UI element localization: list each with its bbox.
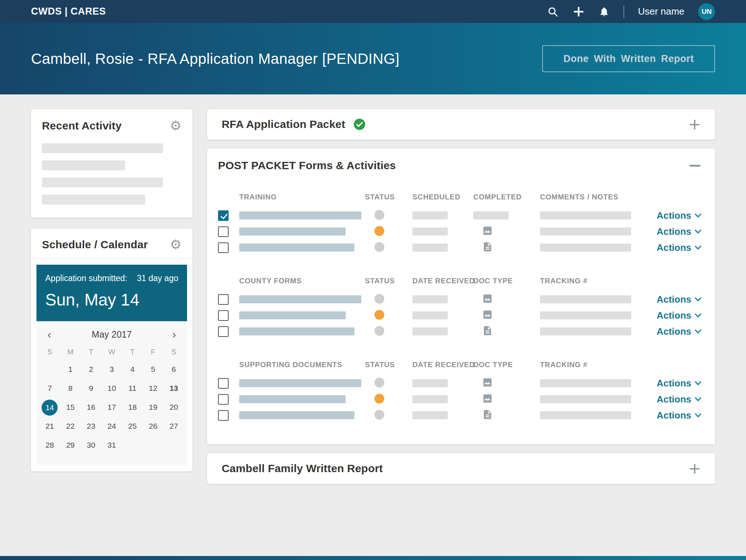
placeholder-bar [239,395,346,403]
row-checkbox[interactable] [218,226,229,237]
calendar-day[interactable]: 19 [143,398,164,417]
placeholder-bar [473,211,509,219]
settings-gear-icon[interactable]: ⚙ [170,238,182,251]
calendar-day[interactable]: 12 [143,379,164,398]
rfa-application-packet-card: RFA Application Packet + [207,109,715,140]
add-plus-icon[interactable] [572,5,585,18]
navbar-divider [623,5,624,18]
forms-table-section: SUPPORTING DOCUMENTSSTATUSDATE RECEIVEDD… [218,358,700,423]
schedule-calendar-card: Schedule / Calendar ⚙ Application submit… [31,229,193,471]
calendar-day[interactable]: 15 [60,398,81,417]
calendar-day[interactable]: 25 [122,417,143,436]
actions-dropdown-button[interactable]: Actions [657,410,700,421]
calendar-day[interactable]: 2 [81,360,101,379]
next-month-button[interactable]: › [169,328,179,340]
calendar-day[interactable]: 22 [60,417,81,436]
settings-gear-icon[interactable]: ⚙ [170,119,182,132]
calendar-day[interactable]: 9 [81,379,101,398]
table-header-row: COUNTY FORMSSTATUSDATE RECEIVEDDOC TYPET… [218,275,700,287]
table-row: Actions [218,207,700,223]
weekday-label: F [143,344,164,360]
calendar-day[interactable]: 20 [163,398,184,417]
calendar-day[interactable]: 8 [60,379,81,398]
calendar-day[interactable]: 24 [101,417,122,436]
calendar-day[interactable]: 5 [143,360,164,379]
app-logo[interactable]: CWDS | CARES [31,6,106,17]
calendar-day[interactable]: 30 [81,436,101,455]
search-icon[interactable] [547,6,559,18]
row-checkbox[interactable] [218,294,229,305]
table-row: Actions [218,323,700,339]
placeholder-bar [412,295,448,303]
calendar-day[interactable]: 23 [81,417,101,436]
actions-dropdown-button[interactable]: Actions [657,242,700,253]
submitted-ago: 31 day ago [137,273,178,283]
placeholder-bar [412,228,448,236]
actions-dropdown-button[interactable]: Actions [657,310,700,321]
calendar-day[interactable]: 10 [101,379,122,398]
calendar-day[interactable]: 26 [143,417,164,436]
calendar-day[interactable]: 31 [101,436,122,455]
notifications-bell-icon[interactable] [599,6,610,17]
row-checkbox[interactable] [218,310,229,321]
left-column: Recent Activity ⚙ Schedule / Calendar ⚙ … [31,109,193,471]
image-icon [482,393,493,404]
calendar-day [163,436,184,455]
table-row: Actions [218,291,700,307]
calendar-day[interactable]: 18 [122,398,143,417]
calendar-day[interactable]: 29 [60,436,81,455]
placeholder-bar [540,311,631,319]
status-dot [374,294,384,304]
row-checkbox[interactable] [218,210,229,221]
weekday-label: T [122,344,143,360]
row-checkbox[interactable] [218,378,229,389]
row-checkbox[interactable] [218,326,229,337]
weekday-label: T [81,344,101,360]
column-header: COMMENTS / NOTES [540,193,649,201]
expand-plus-icon[interactable]: + [689,117,700,132]
calendar-day[interactable]: 3 [101,360,122,379]
column-header: STATUS [365,361,412,369]
placeholder-bar [540,395,631,403]
row-checkbox[interactable] [218,242,229,253]
actions-dropdown-button[interactable]: Actions [657,326,700,337]
calendar-day[interactable]: 1 [60,360,81,379]
actions-dropdown-button[interactable]: Actions [657,210,700,221]
calendar-day[interactable]: 7 [39,379,60,398]
calendar-day[interactable]: 14 [39,398,60,417]
expand-plus-icon[interactable]: + [689,461,700,476]
placeholder-bar [540,244,631,252]
calendar-day[interactable]: 28 [39,436,60,455]
calendar-day[interactable]: 11 [122,379,143,398]
done-with-written-report-button[interactable]: Done With Written Report [542,45,715,72]
column-header: TRAINING [239,193,365,201]
main-content: Recent Activity ⚙ Schedule / Calendar ⚙ … [0,94,746,509]
calendar-day[interactable]: 16 [81,398,101,417]
actions-dropdown-button[interactable]: Actions [657,378,700,389]
row-checkbox[interactable] [218,410,229,421]
column-header: DOC TYPE [473,361,540,369]
collapse-minus-icon[interactable] [689,165,700,167]
calendar-day[interactable]: 27 [163,417,184,436]
column-header: SCHEDULED [412,193,473,201]
post-packet-card: POST PACKET Forms & Activities TRAININGS… [207,148,715,444]
calendar-day[interactable]: 17 [101,398,122,417]
prev-month-button[interactable]: ‹ [44,328,54,340]
user-name[interactable]: User name [638,6,684,17]
table-header-row: TRAININGSTATUSSCHEDULEDCOMPLETEDCOMMENTS… [218,191,700,203]
calendar-day[interactable]: 21 [39,417,60,436]
row-checkbox[interactable] [218,394,229,405]
calendar-day[interactable]: 6 [163,360,184,379]
actions-dropdown-button[interactable]: Actions [657,394,700,405]
calendar-day[interactable]: 13 [163,379,184,398]
calendar-day[interactable]: 4 [122,360,143,379]
top-navbar: CWDS | CARES User name UN [0,0,746,23]
status-dot [374,378,384,388]
page: CWDS | CARES User name UN Ca [0,0,746,560]
recent-activity-title: Recent Activity [42,120,122,132]
user-avatar[interactable]: UN [698,3,715,20]
table-row: Actions [218,240,700,256]
image-icon [482,377,493,388]
actions-dropdown-button[interactable]: Actions [657,294,700,305]
actions-dropdown-button[interactable]: Actions [657,226,700,237]
